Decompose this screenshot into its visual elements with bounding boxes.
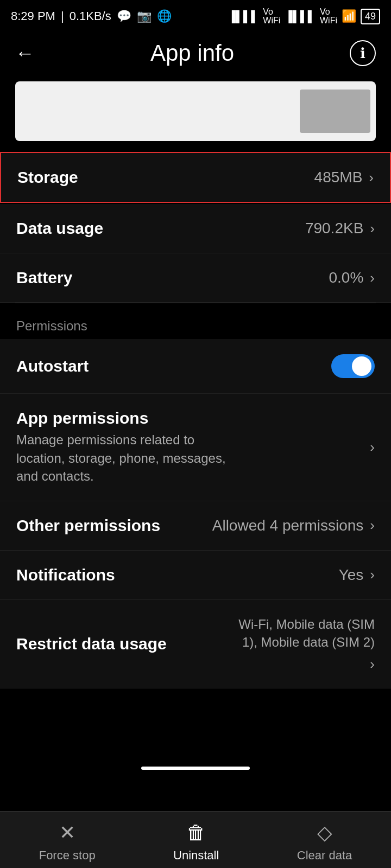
app-permissions-item[interactable]: App permissions Manage permissions relat… xyxy=(0,394,391,501)
notifications-value: Yes › xyxy=(339,566,375,584)
battery-chevron: › xyxy=(370,270,375,286)
home-indicator xyxy=(141,767,250,770)
vowifi2-label: VoWiFi xyxy=(320,8,337,25)
battery-value: 0.0% › xyxy=(329,269,375,286)
status-bar: 8:29 PM | 0.1KB/s 💬 📷 🌐 ▐▌▌▌ VoWiFi ▐▌▌▌… xyxy=(0,0,391,30)
info-button[interactable]: ℹ xyxy=(350,40,376,66)
restrict-data-chevron: › xyxy=(370,656,375,673)
other-permissions-item[interactable]: Other permissions Allowed 4 permissions … xyxy=(0,501,391,551)
instagram-icon: 📷 xyxy=(137,9,152,23)
content-area: Storage 485MB › Data usage 790.2KB › Bat… xyxy=(0,152,391,759)
storage-chevron: › xyxy=(369,169,374,186)
restrict-data-value: Wi-Fi, Mobile data (SIM 1), Mobile data … xyxy=(223,615,375,673)
whatsapp-icon: 💬 xyxy=(117,9,131,23)
app-permissions-sublabel: Manage permissions related to location, … xyxy=(16,431,234,486)
storage-value: 485MB › xyxy=(314,169,374,186)
force-stop-icon: ✕ xyxy=(59,821,75,844)
notifications-item[interactable]: Notifications Yes › xyxy=(0,551,391,600)
clear-data-button[interactable]: ◇ Clear data xyxy=(281,821,369,863)
clear-data-label: Clear data xyxy=(297,848,352,863)
force-stop-label: Force stop xyxy=(39,848,96,863)
app-thumbnail xyxy=(300,90,370,133)
notifications-chevron: › xyxy=(370,566,375,583)
restrict-data-item[interactable]: Restrict data usage Wi-Fi, Mobile data (… xyxy=(0,600,391,688)
app-banner xyxy=(15,81,376,141)
signal-icon: ▐▌▌▌ xyxy=(228,10,259,23)
data-usage-item[interactable]: Data usage 790.2KB › xyxy=(0,204,391,253)
storage-label: Storage xyxy=(17,168,314,187)
other-permissions-value: Allowed 4 permissions › xyxy=(212,517,375,534)
uninstall-label: Uninstall xyxy=(173,848,219,863)
signal2-icon: ▐▌▌▌ xyxy=(285,10,316,23)
storage-item[interactable]: Storage 485MB › xyxy=(0,152,391,203)
network-speed-value: 0.1KB/s xyxy=(70,9,111,23)
app-permissions-label: App permissions xyxy=(16,409,368,427)
status-right: ▐▌▌▌ VoWiFi ▐▌▌▌ VoWiFi 📶 49 xyxy=(228,8,380,25)
permissions-section-label: Permissions xyxy=(0,303,391,339)
page-title: App info xyxy=(150,40,234,66)
back-button[interactable]: ← xyxy=(15,42,35,65)
data-usage-chevron: › xyxy=(370,220,375,237)
time-text: 8:29 PM xyxy=(11,9,55,23)
data-usage-value: 790.2KB › xyxy=(305,220,375,237)
other-permissions-chevron: › xyxy=(370,517,375,534)
battery-indicator: 49 xyxy=(361,9,380,24)
autostart-label: Autostart xyxy=(16,357,331,375)
other-permissions-label: Other permissions xyxy=(16,516,212,535)
uninstall-button[interactable]: 🗑 Uninstall xyxy=(157,821,235,863)
app-header: ← App info ℹ xyxy=(0,30,391,76)
app-permissions-chevron: › xyxy=(370,439,375,456)
clear-data-icon: ◇ xyxy=(317,821,332,844)
force-stop-button[interactable]: ✕ Force stop xyxy=(23,821,112,863)
chrome-icon: 🌐 xyxy=(157,9,172,23)
uninstall-icon: 🗑 xyxy=(186,821,206,844)
info-icon: ℹ xyxy=(360,45,365,62)
bottom-nav: ✕ Force stop 🗑 Uninstall ◇ Clear data xyxy=(0,811,391,868)
autostart-item[interactable]: Autostart xyxy=(0,339,391,394)
restrict-data-label: Restrict data usage xyxy=(16,635,223,653)
notifications-label: Notifications xyxy=(16,566,339,584)
vowifi-label: VoWiFi xyxy=(263,8,280,25)
battery-item[interactable]: Battery 0.0% › xyxy=(0,253,391,303)
battery-label: Battery xyxy=(16,269,329,287)
status-left: 8:29 PM | 0.1KB/s 💬 📷 🌐 xyxy=(11,9,172,23)
toggle-knob xyxy=(352,356,371,376)
network-speed: | xyxy=(61,9,64,23)
wifi-icon: 📶 xyxy=(342,9,356,23)
app-permissions-chevron-container: › xyxy=(368,439,375,456)
autostart-toggle[interactable] xyxy=(331,354,375,378)
data-usage-label: Data usage xyxy=(16,219,305,238)
